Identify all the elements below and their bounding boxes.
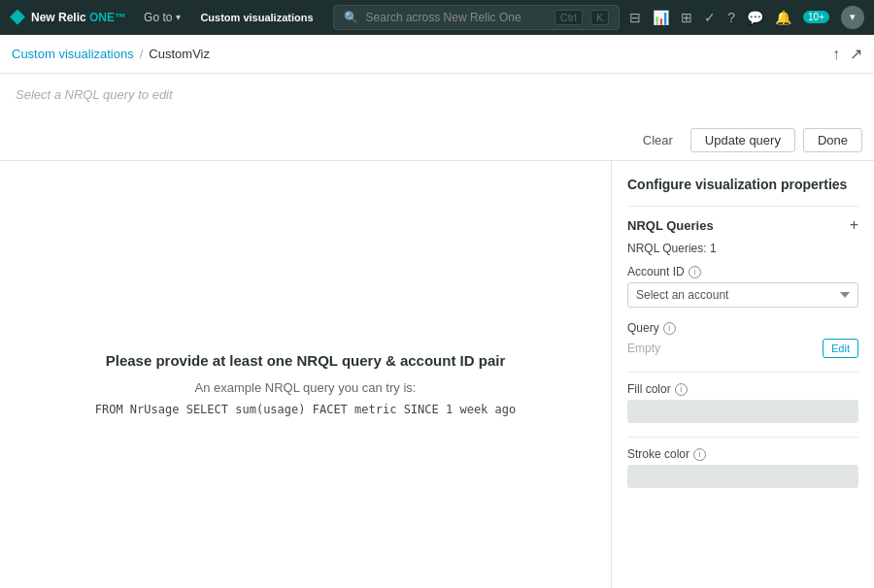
fill-color-label-text: Fill color bbox=[627, 382, 671, 396]
breadcrumb-separator: / bbox=[140, 47, 144, 61]
empty-state-title: Please provide at least one NRQL query &… bbox=[95, 352, 516, 369]
search-bar[interactable]: 🔍 Search across New Relic One Ctrl K bbox=[333, 5, 621, 30]
account-id-label-text: Account ID bbox=[627, 265, 685, 278]
empty-state-subtitle: An example NRQL query you can try is: bbox=[95, 380, 516, 395]
account-id-field: Account ID i Select an account bbox=[627, 265, 858, 308]
search-shortcut-ctrl: Ctrl bbox=[555, 10, 583, 25]
subheader: Custom visualizations / CustomViz ↑ ↗ bbox=[0, 35, 874, 74]
config-title: Configure visualization properties bbox=[627, 177, 858, 192]
breadcrumb-parent-link[interactable]: Custom visualizations bbox=[12, 47, 134, 61]
fill-color-swatch[interactable] bbox=[627, 400, 858, 423]
query-editor: Select a NRQL query to edit Clear Update… bbox=[0, 74, 874, 161]
stroke-color-swatch[interactable] bbox=[627, 465, 858, 488]
notification-badge: 10+ bbox=[803, 11, 829, 23]
logo-one: ONE™ bbox=[89, 11, 126, 24]
query-label-text: Query bbox=[627, 321, 659, 335]
search-shortcut-k: K bbox=[590, 10, 609, 25]
stroke-color-label-text: Stroke color bbox=[627, 447, 689, 461]
share-icon[interactable]: ↑ bbox=[832, 46, 840, 63]
bell-icon[interactable]: 🔔 bbox=[775, 10, 791, 25]
query-row: Empty Edit bbox=[627, 339, 858, 358]
empty-state: Please provide at least one NRQL query &… bbox=[95, 352, 516, 416]
stroke-color-info-icon[interactable]: i bbox=[693, 448, 706, 461]
example-query: FROM NrUsage SELECT sum(usage) FACET met… bbox=[95, 403, 516, 416]
left-panel: Please provide at least one NRQL query &… bbox=[0, 161, 612, 588]
help-icon[interactable]: ? bbox=[727, 10, 735, 25]
query-value: Empty bbox=[627, 342, 817, 355]
chevron-down-icon: ▾ bbox=[176, 12, 181, 22]
nrql-section-header: NRQL Queries + bbox=[627, 216, 858, 234]
stroke-color-label: Stroke color i bbox=[627, 447, 858, 461]
fill-color-info-icon[interactable]: i bbox=[675, 383, 688, 396]
search-icon: 🔍 bbox=[344, 11, 358, 24]
nav-icons: ⊟ 📊 ⊞ ✓ ? 💬 🔔 10+ ▾ bbox=[629, 6, 864, 29]
logo-diamond-icon bbox=[10, 10, 25, 25]
user-avatar[interactable]: ▾ bbox=[841, 6, 864, 29]
nrql-section-label: NRQL Queries bbox=[627, 218, 714, 233]
account-id-info-icon[interactable]: i bbox=[689, 266, 701, 278]
divider-2 bbox=[627, 372, 858, 373]
stroke-color-field: Stroke color i bbox=[627, 447, 858, 488]
divider-3 bbox=[627, 437, 858, 438]
update-query-button[interactable]: Update query bbox=[690, 128, 795, 152]
monitor-icon[interactable]: ⊟ bbox=[629, 10, 641, 25]
search-input-placeholder: Search across New Relic One bbox=[366, 11, 547, 24]
account-id-label: Account ID i bbox=[627, 265, 858, 278]
query-field: Query i Empty Edit bbox=[627, 321, 858, 358]
chart-icon[interactable]: 📊 bbox=[653, 10, 669, 25]
done-button[interactable]: Done bbox=[803, 128, 862, 152]
goto-label: Go to bbox=[144, 11, 172, 24]
add-nrql-button[interactable]: + bbox=[850, 216, 858, 234]
fill-color-field: Fill color i bbox=[627, 382, 858, 423]
nrql-count: NRQL Queries: 1 bbox=[627, 242, 858, 255]
expand-icon[interactable]: ↗ bbox=[850, 45, 862, 63]
breadcrumb-current: CustomViz bbox=[149, 47, 210, 61]
query-info-icon[interactable]: i bbox=[663, 322, 676, 335]
goto-button[interactable]: Go to ▾ bbox=[144, 11, 181, 24]
breadcrumb: Custom visualizations / CustomViz bbox=[12, 47, 210, 61]
clear-button[interactable]: Clear bbox=[633, 129, 683, 151]
top-navigation: New Relic ONE™ Go to ▾ Custom visualizat… bbox=[0, 0, 874, 35]
logo: New Relic ONE™ bbox=[10, 10, 126, 25]
query-toolbar: Clear Update query Done bbox=[0, 122, 874, 160]
edit-query-button[interactable]: Edit bbox=[823, 339, 858, 358]
subheader-actions: ↑ ↗ bbox=[832, 45, 862, 63]
right-panel: Configure visualization properties NRQL … bbox=[612, 161, 874, 588]
main-content: Please provide at least one NRQL query &… bbox=[0, 161, 874, 588]
chat-icon[interactable]: 💬 bbox=[747, 10, 763, 25]
query-label: Query i bbox=[627, 321, 858, 335]
logo-text: New Relic ONE™ bbox=[31, 11, 126, 24]
query-input[interactable]: Select a NRQL query to edit bbox=[0, 74, 874, 122]
grid-icon[interactable]: ⊞ bbox=[681, 10, 692, 25]
active-tab-badge: Custom visualizations bbox=[190, 9, 322, 26]
divider bbox=[627, 206, 858, 207]
checkmark-icon[interactable]: ✓ bbox=[704, 10, 716, 25]
fill-color-label: Fill color i bbox=[627, 382, 858, 396]
account-select[interactable]: Select an account bbox=[627, 282, 858, 308]
